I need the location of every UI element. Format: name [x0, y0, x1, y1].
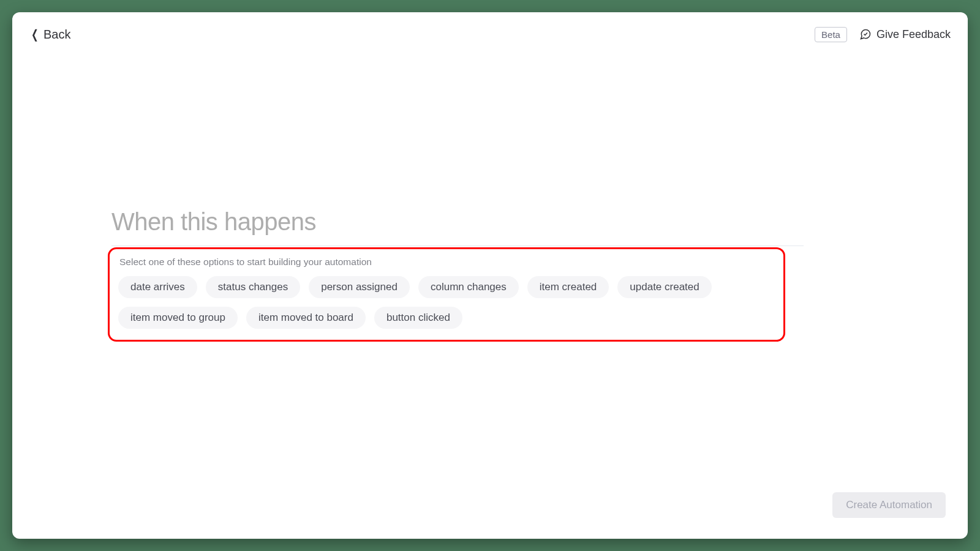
trigger-option-button-clicked[interactable]: button clicked	[374, 307, 462, 329]
main-content: When this happens Select one of these op…	[12, 12, 968, 539]
helper-text: Select one of these options to start bui…	[119, 257, 775, 268]
trigger-option-item-created[interactable]: item created	[527, 276, 609, 298]
trigger-option-status-changes[interactable]: status changes	[206, 276, 300, 298]
trigger-option-item-moved-to-board[interactable]: item moved to board	[246, 307, 366, 329]
trigger-options: date arrives status changes person assig…	[118, 276, 775, 329]
footer: Create Automation	[832, 492, 946, 518]
trigger-option-item-moved-to-group[interactable]: item moved to group	[118, 307, 238, 329]
create-automation-button[interactable]: Create Automation	[832, 492, 946, 518]
trigger-option-person-assigned[interactable]: person assigned	[309, 276, 410, 298]
section-title: When this happens	[111, 208, 870, 236]
automation-builder-window: ❮ Back Beta Give Feedback When this happ…	[12, 12, 968, 539]
trigger-option-column-changes[interactable]: column changes	[418, 276, 519, 298]
trigger-option-update-created[interactable]: update created	[617, 276, 711, 298]
section-divider	[111, 246, 804, 246]
trigger-options-highlight: Select one of these options to start bui…	[108, 247, 785, 342]
trigger-option-date-arrives[interactable]: date arrives	[118, 276, 197, 298]
